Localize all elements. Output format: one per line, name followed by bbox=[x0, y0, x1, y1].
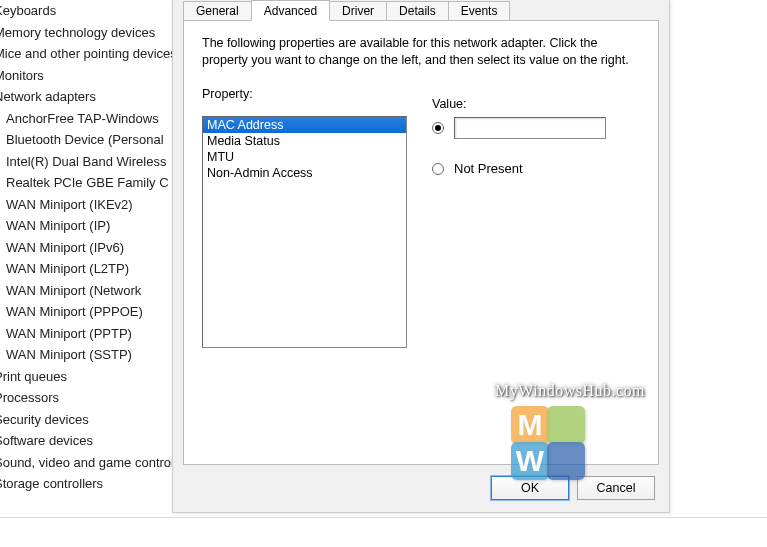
tab-events[interactable]: Events bbox=[448, 1, 511, 20]
value-input[interactable] bbox=[454, 117, 606, 139]
radio-value[interactable] bbox=[432, 122, 444, 134]
property-listbox[interactable]: MAC Address Media Status MTU Non-Admin A… bbox=[202, 116, 407, 348]
value-section: Value: Not Present bbox=[432, 97, 642, 198]
ok-button[interactable]: OK bbox=[491, 476, 569, 500]
tabstrip: General Advanced Driver Details Events bbox=[173, 0, 669, 20]
property-item-non-admin-access[interactable]: Non-Admin Access bbox=[203, 165, 406, 181]
property-item-mac-address[interactable]: MAC Address bbox=[203, 117, 406, 133]
tab-driver[interactable]: Driver bbox=[329, 1, 387, 20]
tab-details[interactable]: Details bbox=[386, 1, 449, 20]
tab-advanced[interactable]: Advanced bbox=[251, 0, 330, 21]
not-present-label: Not Present bbox=[454, 161, 523, 176]
radio-not-present[interactable] bbox=[432, 163, 444, 175]
value-label: Value: bbox=[432, 97, 642, 111]
property-item-media-status[interactable]: Media Status bbox=[203, 133, 406, 149]
dialog-buttons: OK Cancel bbox=[491, 476, 655, 500]
tab-content-advanced: The following properties are available f… bbox=[183, 20, 659, 465]
property-item-mtu[interactable]: MTU bbox=[203, 149, 406, 165]
tab-general[interactable]: General bbox=[183, 1, 252, 20]
bottom-divider bbox=[0, 517, 767, 518]
properties-dialog: General Advanced Driver Details Events T… bbox=[172, 0, 670, 513]
cancel-button[interactable]: Cancel bbox=[577, 476, 655, 500]
advanced-description: The following properties are available f… bbox=[202, 35, 640, 69]
